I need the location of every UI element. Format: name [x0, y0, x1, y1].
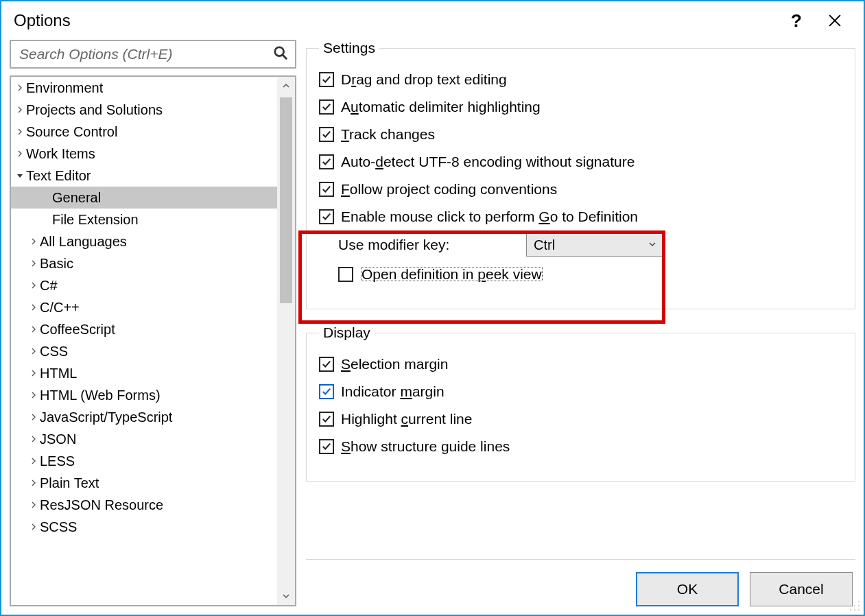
- expand-expand-icon[interactable]: [27, 436, 40, 442]
- scroll-up-button[interactable]: [277, 77, 295, 95]
- expand-expand-icon[interactable]: [27, 282, 40, 289]
- tree-item-resjson-resource[interactable]: ResJSON Resource: [11, 494, 277, 516]
- auto-delimiter-row: Automatic delimiter highlighting: [319, 99, 842, 115]
- modifier-key-select[interactable]: Ctrl: [526, 233, 663, 257]
- tree-item-all-languages[interactable]: All Languages: [11, 230, 277, 252]
- expand-expand-icon[interactable]: [14, 84, 26, 91]
- tree-item-work-items[interactable]: Work Items: [11, 143, 277, 165]
- expand-expand-icon[interactable]: [27, 414, 40, 420]
- follow-project-conventions-label[interactable]: Follow project coding conventions: [341, 181, 557, 198]
- title-bar: Options ?: [1, 1, 864, 40]
- structure-guide-lines-label[interactable]: Show structure guide lines: [341, 438, 510, 455]
- tree-item-label: Source Control: [26, 121, 117, 143]
- expand-expand-icon[interactable]: [27, 523, 40, 530]
- tree-item-label: Basic: [40, 252, 73, 274]
- expand-expand-icon[interactable]: [14, 106, 26, 113]
- expand-expand-icon[interactable]: [14, 150, 26, 157]
- tree-item-basic[interactable]: Basic: [11, 252, 277, 274]
- structure-guide-lines-checkbox[interactable]: [319, 439, 334, 454]
- scroll-down-button[interactable]: [277, 587, 295, 605]
- highlight-current-line-label[interactable]: Highlight current line: [341, 411, 472, 427]
- window-title: Options: [14, 11, 777, 30]
- tree-item-label: General: [52, 187, 101, 209]
- tree-item-label: CoffeeScript: [40, 318, 115, 340]
- expand-expand-icon[interactable]: [14, 128, 26, 135]
- svg-point-5: [854, 609, 855, 611]
- ok-button[interactable]: OK: [636, 572, 739, 606]
- selection-margin-row: Selection margin: [319, 356, 842, 372]
- search-icon[interactable]: [273, 45, 288, 64]
- expand-expand-icon[interactable]: [27, 501, 40, 508]
- tree-item-javascript-typescript[interactable]: JavaScript/TypeScript: [11, 406, 277, 428]
- tree-item-text-editor[interactable]: Text Editor: [11, 165, 277, 187]
- tree-item-label: Projects and Solutions: [26, 99, 163, 121]
- drag-and-drop-label[interactable]: Drag and drop text editing: [341, 71, 507, 88]
- expand-expand-icon[interactable]: [27, 326, 40, 333]
- tree-item-label: C/C++: [40, 296, 80, 318]
- search-box[interactable]: [10, 40, 296, 69]
- tree-item-scss[interactable]: SCSS: [11, 516, 277, 538]
- tree-item-json[interactable]: JSON: [11, 428, 277, 450]
- tree-item-file-extension[interactable]: File Extension: [11, 209, 277, 230]
- tree-item-coffeescript[interactable]: CoffeeScript: [11, 318, 277, 340]
- tree-item-html[interactable]: HTML: [11, 362, 277, 384]
- track-changes-label[interactable]: Track changes: [341, 126, 435, 143]
- expand-expand-icon[interactable]: [27, 479, 40, 486]
- expand-expand-icon[interactable]: [27, 238, 40, 245]
- tree-item-c-c-[interactable]: C/C++: [11, 296, 277, 318]
- expand-expand-icon[interactable]: [27, 304, 40, 311]
- auto-delimiter-checkbox[interactable]: [319, 99, 334, 115]
- help-button[interactable]: ?: [777, 1, 816, 40]
- track-changes-checkbox[interactable]: [319, 127, 334, 142]
- search-input[interactable]: [18, 45, 273, 63]
- enable-goto-definition-checkbox[interactable]: [319, 209, 334, 224]
- tree-item-label: LESS: [40, 450, 75, 472]
- scroll-thumb[interactable]: [280, 97, 292, 303]
- display-legend: Display: [319, 324, 375, 341]
- divider: [306, 559, 855, 560]
- expand-expand-icon[interactable]: [27, 260, 40, 267]
- cancel-button[interactable]: Cancel: [750, 572, 853, 606]
- svg-point-4: [858, 609, 860, 611]
- modifier-key-value: Ctrl: [534, 237, 555, 253]
- options-tree: EnvironmentProjects and SolutionsSource …: [10, 75, 296, 606]
- tree-item-less[interactable]: LESS: [11, 450, 277, 472]
- expand-expand-icon[interactable]: [27, 348, 40, 355]
- highlight-current-line-checkbox[interactable]: [319, 412, 334, 427]
- tree-item-css[interactable]: CSS: [11, 340, 277, 362]
- svg-point-1: [858, 601, 860, 602]
- selection-margin-label[interactable]: Selection margin: [341, 356, 448, 372]
- selection-margin-checkbox[interactable]: [319, 357, 334, 372]
- open-in-peek-view-checkbox[interactable]: [338, 267, 353, 282]
- tree-item-projects-and-solutions[interactable]: Projects and Solutions: [11, 99, 277, 121]
- resize-grip[interactable]: [849, 600, 861, 612]
- auto-delimiter-label[interactable]: Automatic delimiter highlighting: [341, 99, 541, 115]
- track-changes-row: Track changes: [319, 126, 842, 143]
- close-button[interactable]: [816, 1, 854, 40]
- expand-collapse-icon[interactable]: [14, 172, 26, 179]
- tree-item-general[interactable]: General: [11, 187, 277, 209]
- tree-item-plain-text[interactable]: Plain Text: [11, 472, 277, 494]
- auto-detect-utf8-label[interactable]: Auto-detect UTF-8 encoding without signa…: [341, 154, 635, 170]
- drag-and-drop-row: Drag and drop text editing: [319, 71, 842, 88]
- indicator-margin-checkbox[interactable]: [319, 384, 334, 399]
- indicator-margin-label[interactable]: Indicator margin: [341, 383, 445, 400]
- expand-expand-icon[interactable]: [27, 370, 40, 377]
- expand-expand-icon[interactable]: [27, 392, 40, 399]
- auto-detect-utf8-checkbox[interactable]: [319, 154, 334, 169]
- chevron-down-icon: [649, 240, 656, 250]
- tree-item-label: SCSS: [40, 516, 77, 538]
- tree-scrollbar[interactable]: [277, 77, 295, 605]
- close-icon: [829, 14, 841, 27]
- drag-and-drop-checkbox[interactable]: [319, 72, 334, 87]
- open-in-peek-view-label[interactable]: Open definition in peek view: [360, 266, 543, 283]
- tree-item-html-web-forms-[interactable]: HTML (Web Forms): [11, 384, 277, 406]
- tree-item-label: Environment: [26, 77, 103, 99]
- enable-goto-definition-label[interactable]: Enable mouse click to perform Go to Defi…: [341, 209, 638, 225]
- follow-project-conventions-checkbox[interactable]: [319, 182, 334, 197]
- indicator-margin-row: Indicator margin: [319, 383, 842, 400]
- tree-item-environment[interactable]: Environment: [11, 77, 277, 99]
- tree-item-c-[interactable]: C#: [11, 274, 277, 296]
- expand-expand-icon[interactable]: [27, 458, 40, 464]
- tree-item-source-control[interactable]: Source Control: [11, 121, 277, 143]
